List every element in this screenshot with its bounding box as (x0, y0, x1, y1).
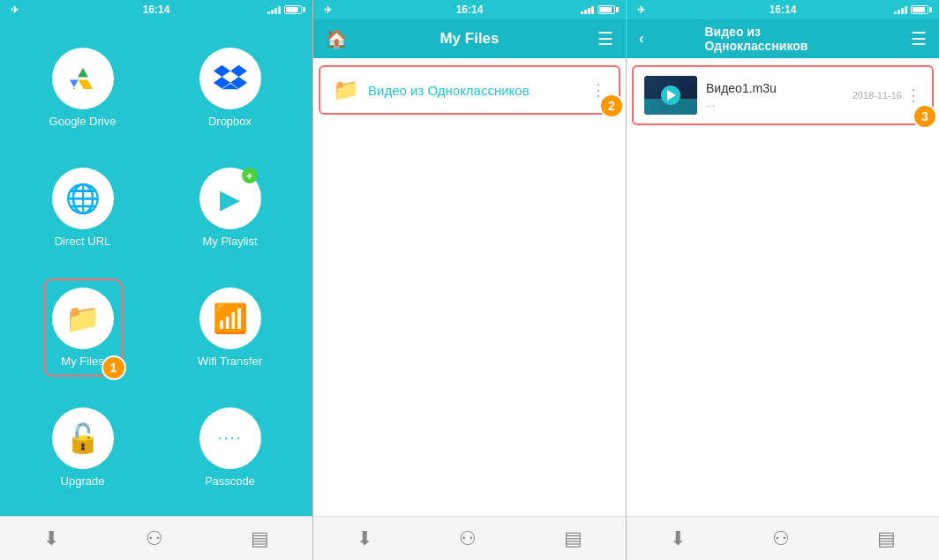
clock-3: 16:14 (770, 4, 797, 16)
step-badge-3: 3 (913, 104, 937, 129)
upgrade-icon: 🔓 (52, 407, 114, 469)
google-drive-icon (52, 48, 114, 109)
nav-header-2: 🏠 My Files ☰ (313, 19, 626, 58)
airplane-mode-icon-3: ✈ (637, 4, 645, 16)
signal-bar-2 (271, 10, 274, 14)
download-tab-icon-1[interactable]: ⬇ (43, 527, 59, 550)
grid-item-google-drive[interactable]: Google Drive (41, 39, 125, 137)
grid-item-wifi-transfer[interactable]: 📶 Wifi Transfer (189, 279, 271, 377)
signal-bar-4 (278, 6, 281, 14)
battery-icon-2 (597, 5, 615, 14)
grid-item-direct-url[interactable]: 🌐 Direct URL (43, 159, 123, 257)
step-badge-2: 2 (599, 93, 624, 118)
dropbox-icon (199, 48, 261, 109)
signal-icon-2 (581, 5, 594, 14)
my-files-label: My Files (61, 355, 103, 368)
playlist-tab-icon-3[interactable]: ▤ (877, 527, 896, 550)
passcode-icon: ···· (199, 407, 261, 469)
tab-bar-2: ⬇ ⚇ ▤ (313, 516, 626, 560)
menu-icon-2[interactable]: ☰ (597, 28, 613, 49)
playlist-tab-icon-2[interactable]: ▤ (564, 527, 582, 550)
status-bar-1: ✈ 16:14 (0, 0, 312, 19)
file-list: 📁 Видео из Одноклассников ⋮ 2 (313, 58, 626, 516)
folder-icon-2: 📁 (333, 78, 359, 102)
my-playlist-label: My Playlist (202, 235, 257, 248)
download-tab-icon-3[interactable]: ⬇ (670, 527, 686, 550)
play-button-icon (661, 86, 680, 105)
folder-icon: 📁 (52, 287, 114, 349)
grid-item-dropbox[interactable]: Dropbox (191, 39, 270, 137)
battery-icon-1 (284, 5, 302, 14)
tab-bar-1: ⬇ ⚇ ▤ (0, 516, 312, 560)
status-bar-2: ✈ 16:14 (313, 0, 626, 19)
signal-bar-1 (267, 11, 270, 14)
upgrade-label: Upgrade (61, 474, 105, 488)
google-drive-label: Google Drive (49, 115, 116, 128)
video-thumbnail (644, 76, 697, 115)
status-right-3 (894, 5, 928, 14)
dropbox-label: Dropbox (208, 115, 252, 128)
clock-1: 16:14 (143, 4, 170, 16)
menu-icon-3[interactable]: ☰ (911, 28, 927, 49)
share-tab-icon-3[interactable]: ⚇ (772, 527, 790, 550)
direct-url-label: Direct URL (55, 235, 111, 248)
detail-info: Видео1.m3u ... (706, 81, 845, 109)
home-icon[interactable]: 🏠 (326, 28, 348, 49)
share-tab-icon-2[interactable]: ⚇ (459, 527, 477, 550)
passcode-label: Passcode (205, 474, 255, 488)
signal-icon-3 (894, 5, 907, 14)
grid-item-my-playlist[interactable]: ▶ + My Playlist (191, 159, 270, 257)
file-item-videos[interactable]: 📁 Видео из Одноклассников ⋮ 2 (319, 65, 620, 115)
nav-title-my-files: My Files (439, 30, 499, 48)
status-right-2 (581, 5, 615, 14)
status-right-1 (267, 5, 302, 14)
grid-item-my-files[interactable]: 📁 My Files 1 (43, 279, 123, 377)
back-icon[interactable]: ‹ (639, 31, 643, 47)
playlist-tab-icon-1[interactable]: ▤ (251, 527, 269, 550)
airplane-mode-icon-2: ✈ (324, 4, 332, 16)
detail-item-video1[interactable]: Видео1.m3u ... 2018-11-16 ⋮ 3 (632, 65, 934, 125)
globe-icon: 🌐 (52, 168, 114, 229)
tab-bar-3: ⬇ ⚇ ▤ (627, 516, 939, 560)
battery-icon-3 (911, 5, 928, 14)
nav-header-3: ‹ Видео из Одноклассников ☰ (627, 19, 939, 58)
grid-item-passcode[interactable]: ···· Passcode (191, 399, 270, 497)
plus-badge: + (242, 168, 258, 183)
detail-file-list: Видео1.m3u ... 2018-11-16 ⋮ 3 (627, 58, 939, 516)
folder-name: Видео из Одноклассников (368, 83, 590, 98)
panel-main-menu: ✈ 16:14 Google Drive (0, 0, 313, 560)
clock-2: 16:14 (456, 4, 484, 16)
wifi-icon: 📶 (199, 287, 261, 349)
nav-title-detail: Видео из Одноклассников (705, 25, 861, 53)
status-bar-3: ✈ 16:14 (627, 0, 939, 19)
wifi-transfer-label: Wifi Transfer (198, 355, 262, 368)
detail-dots[interactable]: ⋮ (905, 86, 921, 105)
download-tab-icon-2[interactable]: ⬇ (357, 527, 372, 550)
signal-icon (267, 5, 281, 14)
playlist-icon: ▶ + (199, 168, 261, 229)
signal-bar-3 (274, 8, 277, 14)
main-grid: Google Drive Dropbox 🌐 Direct URL ▶ + (0, 19, 312, 516)
play-triangle-icon (667, 90, 676, 101)
video-sub: ... (706, 97, 845, 109)
share-tab-icon-1[interactable]: ⚇ (146, 527, 163, 550)
grid-item-upgrade[interactable]: 🔓 Upgrade (43, 399, 123, 497)
panel-my-files: ✈ 16:14 🏠 My Files ☰ 📁 Видео из Одноклас… (313, 0, 627, 560)
airplane-mode-icon: ✈ (11, 4, 19, 16)
video-filename: Видео1.m3u (706, 81, 845, 95)
step-badge-1: 1 (101, 355, 126, 380)
panel-detail: ✈ 16:14 ‹ Видео из Одноклассников ☰ (627, 0, 939, 560)
video-date: 2018-11-16 (845, 90, 902, 101)
